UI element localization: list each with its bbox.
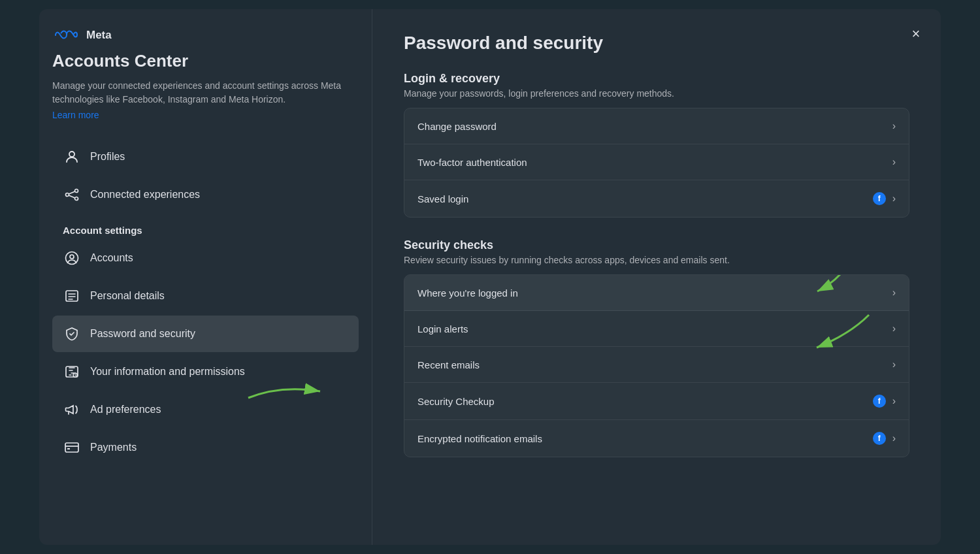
sidebar: Meta Meta Accounts Center Manage your co… (39, 9, 372, 545)
security-checks-heading: Security checks (404, 238, 909, 252)
login-recovery-list: Change password › Two-factor authenticat… (404, 108, 909, 218)
sidebar-item-ad-label: Ad preferences (90, 404, 161, 416)
two-factor-row[interactable]: Two-factor authentication › (404, 144, 909, 180)
sidebar-item-your-info[interactable]: Your information and permissions (52, 353, 359, 390)
sidebar-item-personal-details[interactable]: Personal details (52, 278, 359, 314)
security-checkup-right: f › (873, 395, 896, 408)
modal: × Meta Meta Accounts Center Manage your … (39, 9, 941, 545)
recent-emails-row[interactable]: Recent emails › (404, 347, 909, 383)
security-checks-list: Where you're logged in › Login alerts › (404, 274, 909, 457)
encrypted-emails-right: f › (873, 432, 896, 445)
sidebar-item-payments[interactable]: Payments (52, 429, 359, 466)
where-logged-in-label: Where you're logged in (417, 287, 518, 299)
svg-point-0 (69, 152, 74, 157)
sidebar-item-accounts-label: Accounts (90, 252, 133, 264)
main-title: Password and security (404, 33, 909, 54)
sidebar-item-password-label: Password and security (90, 328, 195, 340)
sidebar-item-connected-experiences[interactable]: Connected experiences (52, 176, 359, 213)
sidebar-item-profiles-label: Profiles (90, 151, 125, 163)
chevron-right-icon: › (892, 395, 896, 407)
security-checkup-row[interactable]: Security Checkup f › (404, 383, 909, 420)
svg-point-2 (75, 189, 78, 193)
card-icon (63, 438, 81, 457)
close-button[interactable]: × (904, 22, 928, 46)
saved-login-row[interactable]: Saved login f › (404, 180, 909, 217)
facebook-icon: f (873, 432, 886, 445)
security-checks-subtext: Review security issues by running checks… (404, 255, 909, 265)
svg-rect-14 (65, 443, 78, 452)
security-checkup-label: Security Checkup (417, 396, 495, 407)
svg-point-3 (75, 197, 78, 201)
chevron-right-icon: › (892, 156, 896, 168)
chevron-right-icon: › (892, 193, 896, 204)
change-password-right: › (892, 120, 896, 132)
svg-point-7 (70, 255, 74, 259)
change-password-row[interactable]: Change password › (404, 108, 909, 144)
login-recovery-heading: Login & recovery (404, 72, 909, 86)
accounts-icon (63, 249, 81, 267)
svg-rect-16 (67, 448, 70, 449)
svg-line-4 (69, 191, 75, 194)
encrypted-emails-label: Encrypted notification emails (417, 433, 542, 444)
two-factor-right: › (892, 156, 896, 168)
login-recovery-subtext: Manage your passwords, login preferences… (404, 88, 909, 99)
login-alerts-label: Login alerts (417, 323, 468, 334)
connected-icon (63, 186, 81, 204)
chevron-right-icon: › (892, 287, 896, 299)
chevron-right-icon: › (892, 323, 896, 334)
sidebar-item-connected-label: Connected experiences (90, 189, 200, 201)
shield-icon (63, 325, 81, 343)
svg-point-1 (66, 193, 69, 197)
where-logged-in-row[interactable]: Where you're logged in › (404, 275, 909, 311)
main-content: Password and security Login & recovery M… (372, 9, 941, 545)
two-factor-label: Two-factor authentication (417, 157, 527, 168)
person-icon (63, 148, 81, 166)
sidebar-title: Accounts Center (52, 51, 359, 71)
learn-more-link[interactable]: Learn more (52, 110, 99, 120)
facebook-icon: f (873, 192, 886, 205)
sidebar-item-password-security[interactable]: Password and security (52, 316, 359, 352)
saved-login-label: Saved login (417, 193, 468, 204)
megaphone-icon (63, 400, 81, 419)
chevron-right-icon: › (892, 359, 896, 370)
chevron-right-icon: › (892, 432, 896, 444)
encrypted-emails-row[interactable]: Encrypted notification emails f › (404, 420, 909, 457)
personal-details-icon (63, 287, 81, 305)
facebook-icon: f (873, 395, 886, 408)
sidebar-item-profiles[interactable]: Profiles (52, 138, 359, 175)
sidebar-item-ad-preferences[interactable]: Ad preferences (52, 391, 359, 428)
recent-emails-right: › (892, 359, 896, 370)
recent-emails-label: Recent emails (417, 359, 480, 370)
meta-wordmark: Meta (86, 29, 112, 42)
sidebar-item-your-info-label: Your information and permissions (90, 366, 245, 378)
login-alerts-row[interactable]: Login alerts › (404, 311, 909, 347)
change-password-label: Change password (417, 121, 497, 132)
login-alerts-right: › (892, 323, 896, 334)
chevron-right-icon: › (892, 120, 896, 132)
svg-line-5 (69, 195, 75, 198)
account-settings-label: Account settings (63, 225, 359, 236)
sidebar-item-accounts[interactable]: Accounts (52, 240, 359, 276)
meta-infinity-icon (52, 29, 81, 41)
sidebar-item-personal-label: Personal details (90, 290, 165, 302)
saved-login-right: f › (873, 192, 896, 205)
where-logged-in-right: › (892, 287, 896, 299)
sidebar-description: Manage your connected experiences and ac… (52, 79, 359, 106)
sidebar-item-payments-label: Payments (90, 442, 137, 453)
info-icon (63, 363, 81, 381)
